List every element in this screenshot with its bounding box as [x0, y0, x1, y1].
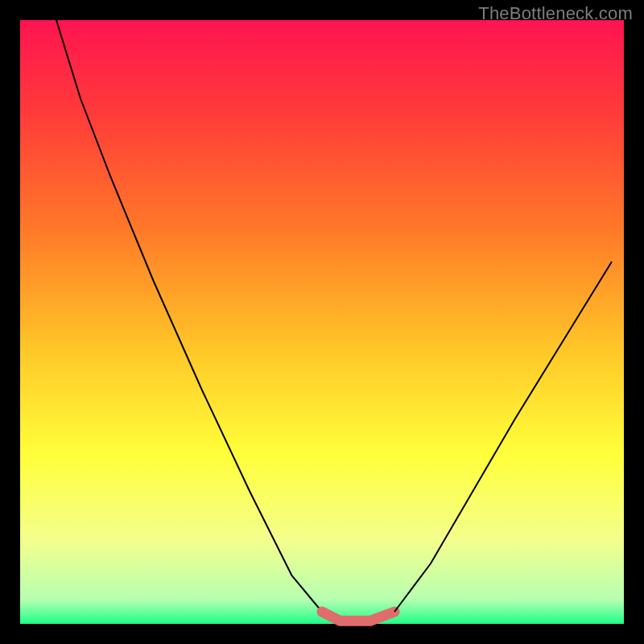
series-left-curve: [56, 20, 322, 612]
chart-frame: TheBottleneck.com: [0, 0, 644, 644]
series-right-curve: [394, 262, 612, 612]
chart-svg: [20, 20, 624, 624]
series-flat-red-segment: [322, 612, 394, 621]
